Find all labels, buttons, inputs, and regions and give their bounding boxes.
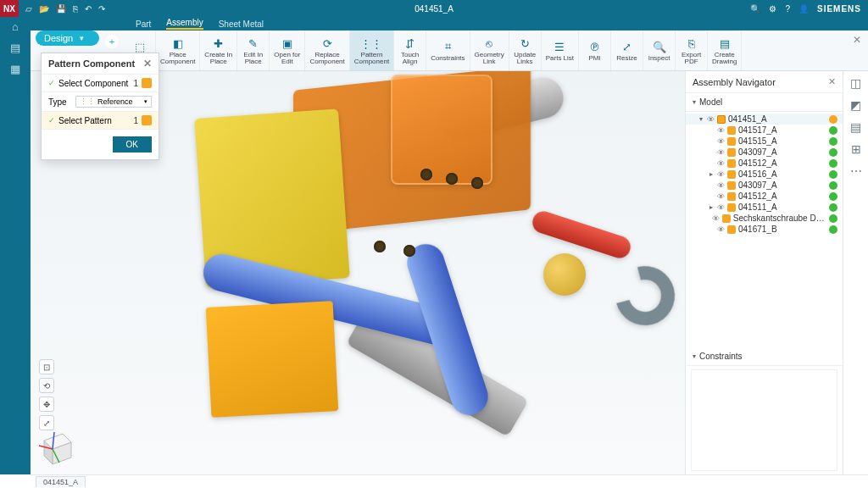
rotate-icon[interactable]: ⟲	[39, 378, 54, 393]
home-icon[interactable]: ⌂	[12, 20, 19, 33]
tree-item-label: 041671_B	[738, 225, 777, 234]
tree-item-label: 041517_A	[738, 125, 777, 135]
visibility-icon[interactable]: 👁	[717, 181, 725, 190]
status-icon	[829, 159, 837, 168]
search-icon[interactable]: 🔍	[750, 4, 760, 14]
tree-row[interactable]: 👁043097_A	[686, 180, 843, 191]
select-pattern-count: 1	[133, 116, 138, 125]
part-icon	[727, 159, 736, 168]
close-icon[interactable]: ✕	[828, 76, 836, 87]
design-mode-add[interactable]: +	[105, 35, 119, 48]
undo-icon[interactable]: ↶	[85, 4, 92, 14]
type-label: Type	[48, 97, 72, 107]
tree-row[interactable]: 👁041512_A	[686, 158, 843, 169]
cube-outline-icon[interactable]: ◫	[850, 76, 861, 90]
visibility-icon[interactable]: 👁	[707, 115, 715, 124]
tab-part[interactable]: Part	[136, 19, 151, 29]
close-icon[interactable]: ✕	[143, 58, 152, 69]
visibility-icon[interactable]: 👁	[717, 126, 725, 135]
assembly-navigator-panel: Assembly Navigator ✕ Model ▾👁041451_A👁04…	[685, 71, 843, 474]
new-icon[interactable]: ▱	[25, 4, 32, 14]
visibility-icon[interactable]: 👁	[717, 148, 725, 157]
ribbon-parts-list[interactable]: ☰Parts List	[542, 30, 579, 70]
help-icon[interactable]: ?	[785, 4, 790, 14]
visibility-icon[interactable]: 👁	[712, 214, 720, 223]
ribbon-create-drawing[interactable]: ▤Create Drawing	[708, 30, 742, 70]
tab-assembly[interactable]: Assembly	[166, 18, 203, 30]
ribbon-place-component[interactable]: ◧Place Component	[156, 30, 200, 70]
visibility-icon[interactable]: 👁	[717, 203, 725, 212]
tree-row[interactable]: 👁041515_A	[686, 136, 843, 147]
part-icon	[727, 148, 736, 157]
tree-row[interactable]: 👁Sechskantschraube DIN ×93…	[686, 213, 843, 224]
component-icon[interactable]	[142, 78, 152, 88]
ribbon-resize[interactable]: ⤢Resize	[611, 30, 643, 70]
saveas-icon[interactable]: ⎘	[73, 4, 78, 14]
tree-item-label: Sechskantschraube DIN ×93…	[733, 214, 826, 223]
layers-icon[interactable]: ▤	[850, 120, 861, 134]
dialog-title: Pattern Component	[48, 58, 135, 69]
status-icon	[829, 203, 837, 212]
status-icon	[829, 170, 837, 179]
ribbon-edit-in-place[interactable]: ✎Edit In Place	[237, 30, 270, 70]
tree-row[interactable]: ▾👁041451_A	[686, 114, 843, 125]
orientation-triad[interactable]	[36, 420, 83, 468]
tree-row[interactable]: 👁043097_A	[686, 147, 843, 158]
tree-row[interactable]: 👁041671_B	[686, 224, 843, 235]
select-component-label[interactable]: Select Component	[58, 79, 130, 88]
visibility-icon[interactable]: 👁	[717, 170, 725, 179]
redo-icon[interactable]: ↷	[98, 4, 105, 14]
ribbon-touch-align[interactable]: ⇵Touch Align	[394, 30, 426, 70]
ribbon-replace-component[interactable]: ⟳Replace Component	[305, 30, 349, 70]
ribbon-inspect[interactable]: 🔍Inspect	[643, 30, 676, 70]
type-select[interactable]: ⋮⋮ Reference	[75, 96, 152, 108]
ribbon-export-pdf[interactable]: ⎘Export PDF	[676, 30, 708, 70]
ribbon-constraints[interactable]: ⌗Constraints	[426, 30, 470, 70]
save-icon[interactable]: 💾	[56, 4, 66, 14]
visibility-icon[interactable]: 👁	[717, 225, 725, 234]
part-icon	[727, 170, 736, 179]
tree-row[interactable]: 👁041512_A	[686, 191, 843, 202]
status-icon	[829, 225, 837, 234]
visibility-icon[interactable]: 👁	[717, 192, 725, 201]
select-pattern-label[interactable]: Select Pattern	[58, 116, 130, 125]
ribbon-pmi[interactable]: ℗PMI	[579, 30, 611, 70]
cube-solid-icon[interactable]: ◩	[850, 98, 861, 112]
gear-icon[interactable]: ⚙	[769, 4, 776, 14]
ribbon-geometry-link[interactable]: ⎋Geometry Link	[470, 30, 509, 70]
pattern-icon[interactable]	[142, 115, 152, 125]
tree-item-label: 041516_A	[738, 169, 777, 179]
part-icon	[727, 203, 736, 212]
status-tab[interactable]: 041451_A	[36, 476, 86, 487]
tree-item-label: 041515_A	[738, 136, 777, 146]
user-icon[interactable]: 👤	[798, 4, 809, 14]
visibility-icon[interactable]: 👁	[717, 159, 725, 168]
tree-row[interactable]: 👁041517_A	[686, 125, 843, 136]
constraints-section-header[interactable]: Constraints	[686, 347, 843, 366]
tree-item-label: 041512_A	[738, 191, 777, 201]
window-close-icon[interactable]: ✕	[853, 34, 861, 46]
ribbon-open-for-edit[interactable]: ▣Open for Edit	[270, 30, 305, 70]
ok-button[interactable]: OK	[113, 136, 152, 152]
grid-icon[interactable]: ⊞	[851, 142, 861, 156]
sheet-icon[interactable]: ▦	[10, 63, 20, 75]
folder-icon[interactable]: ▤	[10, 42, 20, 54]
pattern-component-dialog: Pattern Component ✕ ✓ Select Component 1…	[41, 53, 159, 160]
design-mode-pill[interactable]: Design	[36, 30, 99, 46]
more-icon[interactable]: ⋯	[850, 164, 862, 178]
ribbon-create-in-place[interactable]: ✚Create In Place	[200, 30, 237, 70]
model-section-header[interactable]: Model	[686, 93, 843, 112]
pan-icon[interactable]: ✥	[39, 396, 54, 412]
document-title: 041451_A	[415, 4, 453, 14]
assembly-tree: ▾👁041451_A👁041517_A👁041515_A👁043097_A👁04…	[686, 112, 843, 240]
ribbon-pattern-component[interactable]: ⋮⋮Pattern Component	[350, 30, 394, 70]
fit-icon[interactable]: ⊡	[39, 359, 54, 374]
tree-item-label: 041511_A	[738, 202, 777, 212]
open-icon[interactable]: 📂	[39, 4, 49, 14]
tree-row[interactable]: ▸👁041511_A	[686, 202, 843, 213]
quick-access-toolbar: ▱ 📂 💾 ⎘ ↶ ↷	[25, 4, 105, 14]
ribbon-update-links[interactable]: ↻Update Links	[509, 30, 542, 70]
tab-sheetmetal[interactable]: Sheet Metal	[219, 19, 264, 29]
visibility-icon[interactable]: 👁	[717, 137, 725, 146]
tree-row[interactable]: ▸👁041516_A	[686, 169, 843, 180]
